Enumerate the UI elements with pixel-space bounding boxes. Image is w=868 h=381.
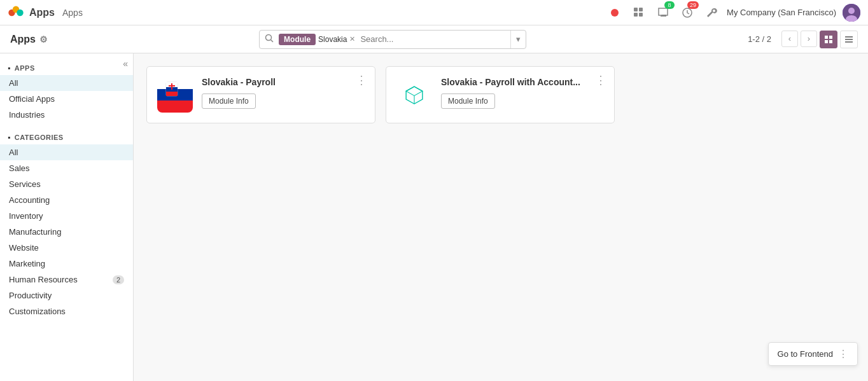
svg-rect-3	[634, 8, 638, 11]
app-card-slovakia-payroll-accounting: Slovakia - Payroll with Account... Modul…	[386, 66, 615, 123]
pagination-label: 1-2 / 2	[748, 34, 771, 44]
slovakia-flag-icon	[157, 77, 193, 113]
folder-icon: ▪	[8, 64, 11, 73]
sidebar-item-customizations[interactable]: Customizations	[0, 303, 133, 319]
sidebar-item-services[interactable]: Services	[0, 176, 133, 192]
module-info-button-1[interactable]: Module Info	[202, 94, 256, 109]
cube-icon	[402, 82, 427, 107]
svg-rect-26	[166, 92, 178, 96]
sidebar-item-cat-all[interactable]: All	[0, 144, 133, 160]
svg-line-12	[271, 40, 274, 43]
navbar-brand: Apps	[29, 7, 55, 18]
svg-rect-13	[825, 36, 828, 39]
list-view-button[interactable]	[840, 31, 858, 48]
app-card-slovakia-payroll: Slovakia - Payroll Module Info ⋮	[146, 66, 375, 123]
module-info-button-2[interactable]: Module Info	[441, 94, 495, 109]
activity-button[interactable]: 29	[678, 4, 696, 22]
app-card-menu-1[interactable]: ⋮	[356, 74, 367, 86]
page-title: Apps	[10, 34, 36, 45]
search-filter-value: Slovakia ✕	[316, 35, 358, 44]
content-area: Slovakia - Payroll Module Info ⋮ Slovaki…	[134, 53, 868, 381]
svg-rect-28	[169, 85, 175, 87]
avatar-image	[843, 4, 860, 22]
sidebar-item-website[interactable]: Website	[0, 240, 133, 256]
navbar: Apps Apps 8 29	[0, 0, 868, 25]
prev-page-button[interactable]: ‹	[781, 31, 798, 47]
status-indicator	[611, 9, 619, 17]
svg-point-11	[266, 35, 272, 41]
sidebar-item-manufacturing[interactable]: Manufacturing	[0, 224, 133, 240]
sidebar-item-apps-all[interactable]: All	[0, 75, 133, 91]
page-title-area: Apps ⚙	[10, 34, 48, 45]
svg-marker-30	[406, 87, 423, 95]
kanban-icon	[824, 35, 833, 44]
svg-rect-22	[157, 100, 193, 113]
sidebar-item-industries[interactable]: Industries	[0, 107, 133, 123]
search-icon	[260, 34, 279, 45]
wrench-icon	[706, 7, 717, 18]
view-buttons: ‹ ›	[781, 31, 858, 48]
categories-section: ▪ CATEGORIES All Sales Services Accounti…	[0, 129, 133, 319]
goto-frontend-menu-icon[interactable]: ⋮	[838, 348, 848, 360]
search-dropdown-button[interactable]: ▾	[510, 31, 526, 48]
next-page-button[interactable]: ›	[801, 31, 817, 47]
svg-rect-4	[639, 8, 643, 11]
search-tag: Module	[279, 34, 316, 45]
kanban-view-button[interactable]	[820, 31, 837, 48]
svg-rect-6	[639, 13, 643, 17]
navbar-appname: Apps	[62, 8, 83, 18]
apps-section: ▪ APPS All Official Apps Industries	[0, 60, 133, 123]
app-card-body-2: Slovakia - Payroll with Account... Modul…	[441, 77, 604, 109]
messages-badge: 8	[664, 1, 675, 9]
sidebar-collapse-button[interactable]: «	[123, 59, 128, 69]
subheader: Apps ⚙ Module Slovakia ✕ ▾ 1-2 / 2 ‹ ›	[0, 25, 868, 53]
app-icon-cube	[396, 77, 432, 113]
svg-point-2	[17, 9, 23, 15]
sidebar-item-marketing[interactable]: Marketing	[0, 256, 133, 272]
svg-rect-16	[829, 40, 832, 43]
status-dot[interactable]	[606, 4, 624, 22]
activity-badge: 29	[687, 1, 699, 9]
search-bar: Module Slovakia ✕ ▾	[259, 30, 526, 49]
sidebar-item-productivity[interactable]: Productivity	[0, 287, 133, 303]
grid-icon	[633, 7, 645, 18]
settings-button[interactable]	[703, 4, 720, 22]
sidebar: « ▪ APPS All Official Apps Industries ▪ …	[0, 53, 134, 381]
list-icon	[844, 35, 853, 44]
app-icon-flag	[157, 77, 193, 113]
goto-frontend-button[interactable]: Go to Frontend ⋮	[768, 342, 858, 366]
search-remove-filter[interactable]: ✕	[349, 35, 355, 43]
svg-point-9	[848, 8, 855, 14]
user-avatar[interactable]	[843, 4, 860, 22]
apps-section-header: ▪ APPS	[0, 60, 133, 75]
sidebar-item-official-apps[interactable]: Official Apps	[0, 91, 133, 107]
svg-rect-14	[829, 36, 832, 39]
app-cards-grid: Slovakia - Payroll Module Info ⋮ Slovaki…	[146, 66, 855, 123]
sidebar-item-human-resources[interactable]: Human Resources 2	[0, 272, 133, 287]
sidebar-item-sales[interactable]: Sales	[0, 160, 133, 176]
settings-gear-icon[interactable]: ⚙	[39, 34, 48, 45]
sidebar-item-accounting[interactable]: Accounting	[0, 192, 133, 208]
categories-section-header: ▪ CATEGORIES	[0, 129, 133, 144]
app-card-body-1: Slovakia - Payroll Module Info	[202, 77, 365, 109]
navbar-right: 8 29 My Company (San Francisco)	[606, 4, 860, 22]
messages-button[interactable]: 8	[654, 4, 672, 22]
grid-menu-button[interactable]	[630, 4, 648, 22]
sidebar-item-inventory[interactable]: Inventory	[0, 208, 133, 224]
app-card-title-2: Slovakia - Payroll with Account...	[441, 77, 604, 87]
svg-rect-15	[825, 40, 828, 43]
app-card-menu-2[interactable]: ⋮	[595, 74, 606, 86]
odoo-logo	[8, 4, 24, 21]
main-layout: « ▪ APPS All Official Apps Industries ▪ …	[0, 53, 868, 381]
app-card-title-1: Slovakia - Payroll	[202, 77, 365, 87]
human-resources-count: 2	[113, 275, 124, 284]
svg-rect-5	[634, 13, 638, 17]
search-input[interactable]	[358, 34, 510, 44]
folder-icon-2: ▪	[8, 133, 11, 142]
company-selector[interactable]: My Company (San Francisco)	[727, 8, 836, 17]
